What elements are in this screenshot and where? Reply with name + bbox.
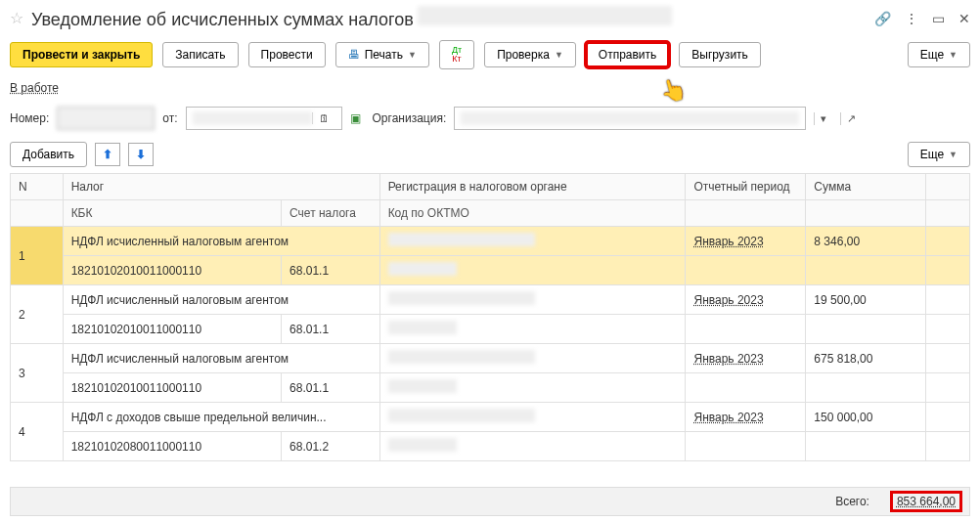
- col-acc-header: Счет налога: [282, 200, 380, 227]
- send-button[interactable]: Отправить: [586, 42, 670, 67]
- col-sum-header: Сумма: [806, 174, 926, 200]
- row-n: 2: [11, 285, 64, 344]
- row-oktmo: [379, 256, 686, 285]
- row-kbk: 18210102080011000110: [63, 432, 281, 461]
- row-reg: [379, 285, 686, 315]
- total-value: 853 664,00: [893, 494, 959, 509]
- check-button[interactable]: Проверка▼: [484, 42, 576, 67]
- post-and-close-button[interactable]: Провести и закрыть: [10, 42, 153, 67]
- table-more-button[interactable]: Еще▼: [908, 142, 970, 167]
- row-tax: НДФЛ исчисленный налоговым агентом: [63, 227, 379, 256]
- printer-icon: 🖶: [348, 48, 360, 62]
- row-n: 4: [11, 403, 64, 461]
- move-down-button[interactable]: ⬇: [128, 143, 154, 166]
- row-acc: 68.01.1: [282, 256, 380, 285]
- row-period[interactable]: Январь 2023: [686, 403, 806, 432]
- row-n: 3: [11, 344, 64, 403]
- row-n: 1: [11, 227, 64, 285]
- table-row[interactable]: 3 НДФЛ исчисленный налоговым агентом Янв…: [11, 344, 970, 373]
- more-menu-icon[interactable]: ⋮: [905, 11, 918, 26]
- row-period[interactable]: Январь 2023: [686, 227, 806, 256]
- print-button[interactable]: 🖶 Печать▼: [335, 42, 429, 67]
- chevron-down-icon: ▼: [555, 50, 563, 60]
- save-button[interactable]: Записать: [162, 42, 238, 67]
- table-row-sub[interactable]: 18210102080011000110 68.01.2: [11, 432, 970, 461]
- row-sum: 675 818,00: [806, 344, 926, 373]
- chevron-down-icon[interactable]: ▾: [814, 112, 832, 125]
- link-icon[interactable]: 🔗: [874, 11, 891, 26]
- date-input[interactable]: 🗓: [186, 107, 342, 130]
- row-oktmo: [379, 315, 686, 344]
- table-row-sub[interactable]: 18210102010011000110 68.01.1: [11, 373, 970, 403]
- col-period-header: Отчетный период: [686, 174, 806, 200]
- export-button[interactable]: Выгрузить: [679, 42, 761, 67]
- table-row-sub[interactable]: 18210102010011000110 68.01.1: [11, 256, 970, 285]
- row-acc: 68.01.2: [282, 432, 380, 461]
- org-input[interactable]: [454, 107, 806, 130]
- tax-table: N Налог Регистрация в налоговом органе О…: [10, 173, 970, 461]
- row-tax: НДФЛ исчисленный налоговым агентом: [63, 344, 379, 373]
- row-tax: НДФЛ с доходов свыше предельной величин.…: [63, 403, 379, 432]
- post-button[interactable]: Провести: [248, 42, 326, 67]
- row-sum: 150 000,00: [806, 403, 926, 432]
- calendar-icon[interactable]: 🗓: [312, 112, 335, 124]
- row-kbk: 18210102010011000110: [63, 256, 281, 285]
- row-period[interactable]: Январь 2023: [686, 285, 806, 315]
- row-kbk: 18210102010011000110: [63, 315, 281, 344]
- status-link[interactable]: В работе: [10, 81, 59, 95]
- number-label: Номер:: [10, 111, 49, 125]
- col-n-header: N: [11, 174, 64, 200]
- row-tax: НДФЛ исчисленный налоговым агентом: [63, 285, 379, 315]
- chevron-down-icon: ▼: [408, 50, 417, 60]
- row-oktmo: [379, 373, 686, 403]
- chevron-down-icon: ▼: [949, 150, 958, 159]
- from-label: от:: [162, 111, 177, 125]
- chevron-down-icon: ▼: [949, 50, 958, 60]
- row-sum: 8 346,00: [806, 227, 926, 256]
- col-kbk-header: КБК: [63, 200, 281, 227]
- page-title: Уведомление об исчисленных суммах налого…: [31, 6, 867, 30]
- row-acc: 68.01.1: [282, 315, 380, 344]
- org-icon: ▣: [350, 111, 365, 125]
- row-period[interactable]: Январь 2023: [686, 344, 806, 373]
- more-button[interactable]: Еще▼: [908, 42, 970, 67]
- table-row[interactable]: 1 НДФЛ исчисленный налоговым агентом Янв…: [11, 227, 970, 256]
- org-label: Организация:: [373, 111, 447, 125]
- dtkt-icon: ДтКт: [452, 46, 462, 64]
- move-up-button[interactable]: ⬆: [95, 143, 120, 166]
- open-external-icon[interactable]: ↗: [840, 112, 862, 125]
- add-button[interactable]: Добавить: [10, 142, 87, 167]
- row-oktmo: [379, 432, 686, 461]
- dtkt-button[interactable]: ДтКт: [439, 40, 474, 69]
- col-reg-header: Регистрация в налоговом органе: [379, 174, 686, 200]
- row-kbk: 18210102010011000110: [63, 373, 281, 403]
- row-reg: [379, 403, 686, 432]
- col-oktmo-header: Код по ОКТМО: [379, 200, 686, 227]
- favorite-star-icon[interactable]: ☆: [10, 9, 23, 27]
- number-input[interactable]: [57, 107, 155, 130]
- footer: Всего: 853 664,00: [10, 487, 970, 516]
- row-reg: [379, 344, 686, 373]
- table-row[interactable]: 4 НДФЛ с доходов свыше предельной величи…: [11, 403, 970, 432]
- window-restore-icon[interactable]: ▭: [932, 11, 945, 26]
- row-sum: 19 500,00: [806, 285, 926, 315]
- row-acc: 68.01.1: [282, 373, 380, 403]
- row-reg: [379, 227, 686, 256]
- table-row[interactable]: 2 НДФЛ исчисленный налоговым агентом Янв…: [11, 285, 970, 315]
- total-label: Всего:: [835, 495, 869, 508]
- close-icon[interactable]: ✕: [958, 11, 970, 26]
- table-row-sub[interactable]: 18210102010011000110 68.01.1: [11, 315, 970, 344]
- col-tax-header: Налог: [63, 174, 379, 200]
